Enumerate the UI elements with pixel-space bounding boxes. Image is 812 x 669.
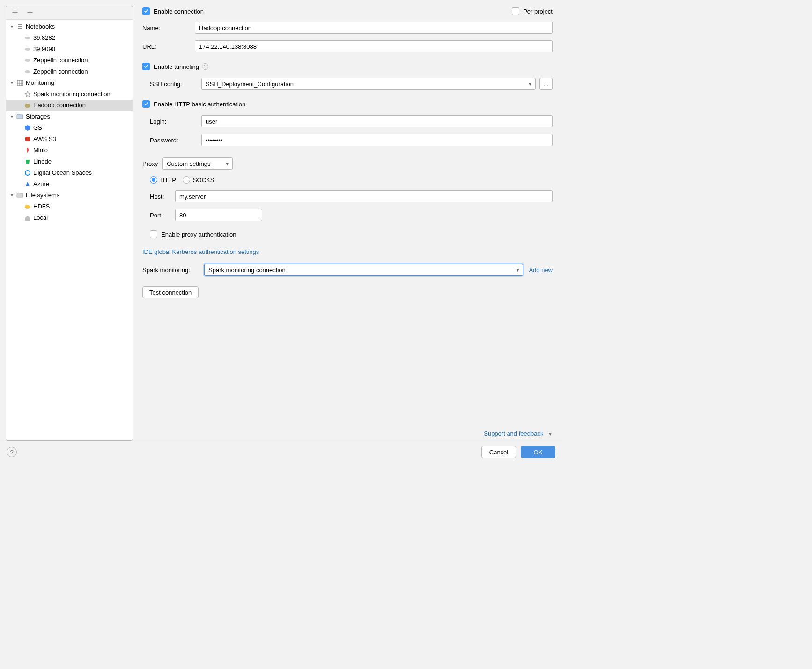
ssh-config-value: SSH_Deployment_Configuration (206, 81, 294, 88)
aws-icon (24, 135, 31, 143)
svg-marker-7 (25, 125, 30, 131)
proxy-mode-select[interactable]: Custom settings ▼ (162, 157, 233, 170)
svg-point-0 (25, 37, 30, 39)
password-label: Password: (150, 137, 201, 144)
kerberos-settings-link[interactable]: IDE global Kerberos authentication setti… (142, 248, 259, 255)
tree-group-label: File systems (26, 191, 59, 200)
tree-item-spark-monitoring[interactable]: Spark monitoring connection (6, 89, 133, 100)
tree-item-label: Hadoop connection (33, 101, 86, 110)
digitalocean-icon (24, 169, 31, 177)
tree-item[interactable]: Zeppelin connection (6, 55, 133, 66)
url-input[interactable] (195, 40, 553, 52)
chevron-down-icon: ▾ (9, 78, 15, 88)
enable-proxy-auth-checkbox[interactable] (150, 230, 157, 238)
support-feedback-link[interactable]: Support and feedback ▼ (484, 430, 553, 437)
tree-item[interactable]: 39:9090 (6, 44, 133, 55)
tree-group-notebooks[interactable]: ▾ Notebooks (6, 21, 133, 32)
tree-item-label: Local (33, 213, 48, 223)
notebooks-icon (16, 23, 24, 30)
per-project-checkbox[interactable] (512, 7, 519, 15)
zeppelin-icon (24, 68, 31, 75)
chevron-down-icon: ▼ (225, 161, 229, 166)
svg-point-6 (25, 104, 27, 105)
sidebar: ▾ Notebooks 39:8282 39:9090 Zeppelin con… (6, 6, 133, 441)
folder-cloud-icon (16, 113, 24, 120)
host-input[interactable] (175, 190, 553, 202)
tree-group-label: Notebooks (26, 22, 55, 31)
tree-group-label: Storages (26, 112, 50, 121)
help-icon[interactable]: ? (202, 63, 208, 70)
add-button[interactable] (11, 8, 19, 17)
tree-item[interactable]: GS (6, 122, 133, 134)
enable-tunneling-checkbox[interactable] (142, 63, 150, 70)
tree-item-label: AWS S3 (33, 134, 56, 144)
enable-http-basic-label: Enable HTTP basic authentication (154, 101, 245, 108)
zeppelin-icon (24, 57, 31, 64)
tree-item[interactable]: 39:8282 (6, 32, 133, 44)
chevron-down-icon: ▼ (548, 431, 553, 437)
chevron-down-icon: ▼ (528, 82, 532, 87)
tree-item[interactable]: Local (6, 212, 133, 223)
tree-item[interactable]: AWS S3 (6, 134, 133, 145)
tree-group-label: Monitoring (26, 78, 54, 88)
cancel-button[interactable]: Cancel (481, 446, 516, 458)
spark-monitoring-select[interactable]: Spark monitoring connection ▼ (204, 264, 523, 276)
password-input[interactable] (201, 134, 553, 146)
svg-point-1 (25, 48, 30, 51)
tree-group-monitoring[interactable]: ▾ Monitoring (6, 77, 133, 89)
tree-item-hadoop-connection[interactable]: Hadoop connection (6, 100, 133, 111)
tree-item[interactable]: Minio (6, 145, 133, 156)
url-label: URL: (142, 43, 195, 50)
ok-button[interactable]: OK (521, 446, 555, 458)
chevron-down-icon: ▾ (9, 191, 15, 200)
tree-item[interactable]: Linode (6, 156, 133, 167)
spark-monitoring-label: Spark monitoring: (142, 267, 204, 274)
enable-http-basic-checkbox[interactable] (142, 100, 150, 108)
linode-icon (24, 158, 31, 165)
name-input[interactable] (195, 22, 553, 34)
hdfs-icon (24, 203, 31, 210)
port-input[interactable] (175, 209, 262, 221)
tree-item-label: GS (33, 123, 42, 133)
zeppelin-icon (24, 34, 31, 42)
proxy-mode-value: Custom settings (167, 160, 210, 167)
tree-item-label: Azure (33, 179, 49, 189)
host-label: Host: (150, 193, 175, 200)
table-icon (16, 79, 24, 87)
folder-icon (16, 192, 24, 199)
ssh-config-browse-button[interactable]: … (539, 78, 553, 90)
chevron-down-icon: ▾ (9, 112, 15, 121)
login-input[interactable] (201, 115, 553, 127)
tree-item[interactable]: Zeppelin connection (6, 66, 133, 77)
tree: ▾ Notebooks 39:8282 39:9090 Zeppelin con… (6, 20, 133, 440)
test-connection-button[interactable]: Test connection (142, 286, 199, 298)
home-icon (24, 214, 31, 222)
tree-group-filesystems[interactable]: ▾ File systems (6, 190, 133, 201)
tree-item[interactable]: Azure (6, 178, 133, 190)
svg-point-2 (25, 59, 30, 62)
tree-item-label: Zeppelin connection (33, 67, 88, 76)
spark-monitoring-value: Spark monitoring connection (208, 267, 286, 274)
remove-button[interactable] (26, 8, 34, 17)
port-label: Port: (150, 212, 175, 219)
tree-item-label: Minio (33, 146, 48, 155)
help-button[interactable]: ? (7, 447, 17, 457)
chevron-down-icon: ▾ (9, 22, 15, 31)
tree-item-label: Linode (33, 157, 52, 166)
enable-connection-checkbox[interactable] (142, 7, 150, 15)
add-new-link[interactable]: Add new (529, 267, 553, 274)
proxy-socks-radio[interactable] (183, 176, 190, 184)
gs-icon (24, 124, 31, 132)
proxy-socks-label: SOCKS (193, 177, 214, 184)
login-label: Login: (150, 118, 201, 125)
tree-item-label: Digital Ocean Spaces (33, 168, 92, 178)
proxy-http-radio[interactable] (150, 176, 157, 184)
tree-item[interactable]: HDFS (6, 201, 133, 212)
ssh-config-label: SSH config: (150, 81, 201, 88)
tree-group-storages[interactable]: ▾ Storages (6, 111, 133, 122)
enable-proxy-auth-label: Enable proxy authentication (161, 231, 236, 238)
tree-item[interactable]: Digital Ocean Spaces (6, 167, 133, 178)
proxy-label: Proxy (142, 160, 158, 167)
tree-item-label: Zeppelin connection (33, 56, 88, 65)
ssh-config-select[interactable]: SSH_Deployment_Configuration ▼ (201, 78, 536, 90)
